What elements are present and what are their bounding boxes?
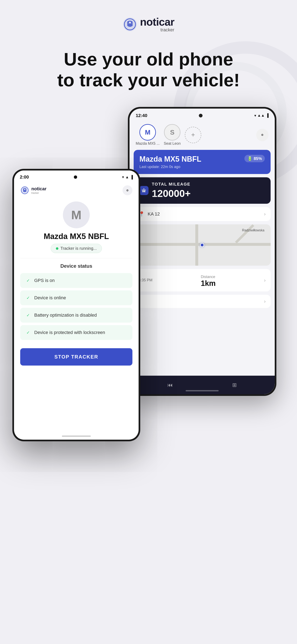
status-bar-front: 2:00 ▾ ▲ ▐ <box>14 170 139 181</box>
front-battery-icon: ▐ <box>130 175 133 179</box>
front-logo-name: noticar <box>31 186 46 192</box>
logo-area: noticar tracker <box>0 0 297 32</box>
nav-grid-icon[interactable]: ⊞ <box>232 382 237 388</box>
status-item-gps: ✓ GPS is on <box>20 273 132 288</box>
logo-name: noticar <box>140 16 174 27</box>
front-logo-subtitle: tracker <box>31 192 46 194</box>
distance-label: Distance <box>201 275 216 279</box>
active-vehicle-name: Mazda MX5 NBFL <box>139 155 201 164</box>
chevron-right-icon: › <box>264 211 266 217</box>
mileage-value: 120000+ <box>152 188 191 199</box>
map-location-dot <box>200 243 204 247</box>
vehicle-avatar-seat[interactable]: S <box>164 124 180 140</box>
check-icon-online: ✓ <box>25 295 31 301</box>
front-header: noticar tracker ⚙ <box>20 185 132 195</box>
battery-icon-card: 🔋 <box>247 156 253 161</box>
status-text-online: Device is online <box>34 295 66 300</box>
front-logo-text-group: noticar tracker <box>31 186 46 194</box>
location-card[interactable]: 📍 KA 12 › <box>134 207 271 221</box>
back-phone-time: 12:40 <box>136 113 147 118</box>
active-vehicle-card: Mazda MX5 NBFL 🔋 85% Last update: 22m 0s… <box>134 150 271 174</box>
wifi-icon: ▾ <box>254 113 256 118</box>
add-icon: + <box>191 131 195 139</box>
location-street: KA 12 <box>148 211 160 217</box>
mazda-initial: M <box>145 128 151 136</box>
bottom-nav-back: ⏮ ⊞ <box>130 376 275 394</box>
phone-front-screen: 2:00 ▾ ▲ ▐ <box>14 170 139 440</box>
back-status-icons: ▾ ▲▲ ▐ <box>254 113 269 118</box>
front-phone-time: 2:00 <box>20 174 29 180</box>
check-icon-lockscreen: ✓ <box>25 330 31 336</box>
noticar-logo-icon <box>123 17 137 32</box>
active-vehicle-top: Mazda MX5 NBFL 🔋 85% <box>139 155 265 164</box>
status-item-lockscreen: ✓ Device is protected with lockscreen <box>20 325 132 340</box>
nav-back-icon[interactable]: ⏮ <box>167 382 173 388</box>
status-text-battery: Battery optimization is disabled <box>34 312 97 318</box>
tracker-status-badge: Tracker is running... <box>51 244 102 253</box>
section-divider <box>20 258 132 258</box>
front-signal-icon: ▲ <box>125 175 129 179</box>
battery-icon: ▐ <box>266 113 269 118</box>
tagline-line1: Use your old phone <box>64 49 233 69</box>
logo-container: noticar tracker <box>123 16 174 32</box>
logo-subtitle: tracker <box>140 28 174 32</box>
status-text-lockscreen: Device is protected with lockscreen <box>34 330 105 335</box>
front-noticar-icon <box>20 186 29 195</box>
trip-row[interactable]: 3:35 PM Distance 1km › <box>134 269 271 292</box>
battery-value: 85% <box>254 156 262 161</box>
more-row[interactable]: › <box>134 295 271 308</box>
stop-tracker-button[interactable]: STOP TRACKER <box>20 348 132 366</box>
phones-container: 12:40 ▾ ▲▲ ▐ M Mazda MX5 ... <box>0 107 297 478</box>
signal-icon: ▲▲ <box>257 113 265 118</box>
map-preview: Radziwiłłowska <box>134 224 271 266</box>
front-wifi-icon: ▾ <box>122 175 124 179</box>
battery-badge: 🔋 85% <box>244 155 265 162</box>
front-vehicle-avatar: M <box>63 202 90 228</box>
tagline-line2: to track your vehicle! <box>57 70 240 90</box>
front-logo: noticar tracker <box>20 186 46 195</box>
mileage-info: TOTAL MILEAGE 120000+ <box>152 182 191 199</box>
status-item-online: ✓ Device is online <box>20 290 132 305</box>
seat-initial: S <box>170 128 174 136</box>
phone-back: 12:40 ▾ ▲▲ ▐ M Mazda MX5 ... <box>128 107 276 396</box>
vehicle-col-seat[interactable]: S Seat Leon <box>164 124 181 146</box>
front-camera-hole <box>74 176 77 179</box>
check-icon-battery: ✓ <box>25 312 31 318</box>
mazda-label: Mazda MX5 ... <box>136 142 160 146</box>
front-status-icons: ▾ ▲ ▐ <box>122 175 133 179</box>
map-street-label: Radziwiłłowska <box>242 228 265 232</box>
distance-value: 1km <box>201 279 216 288</box>
front-vehicle-section: M Mazda MX5 NBFL Tracker is running... <box>20 202 132 253</box>
map-road-v <box>195 224 198 266</box>
status-item-battery: ✓ Battery optimization is disabled <box>20 308 132 322</box>
trip-time: 3:35 PM <box>139 278 152 282</box>
back-camera-hole <box>199 114 203 118</box>
settings-button-front[interactable]: ⚙ <box>122 185 132 195</box>
phone-front: 2:00 ▾ ▲ ▐ <box>12 169 140 441</box>
status-bar-back: 12:40 ▾ ▲▲ ▐ <box>130 108 275 120</box>
vehicle-avatar-mazda[interactable]: M <box>139 124 156 140</box>
settings-button-back[interactable]: ⚙ <box>256 129 269 141</box>
front-vehicle-initial: M <box>71 208 81 222</box>
back-phone-content: M Mazda MX5 ... S Seat Leon + ⚙ <box>130 120 275 394</box>
logo-text-group: noticar tracker <box>140 16 174 32</box>
gear-icon: ⚙ <box>261 133 264 136</box>
trip-chevron-icon: › <box>264 278 266 283</box>
mileage-icon: 🛣 <box>139 186 148 195</box>
front-content-area: noticar tracker ⚙ M Mazda MX5 NBFL <box>14 181 139 427</box>
tracker-status-text: Tracker is running... <box>60 246 97 251</box>
tagline-section: Use your old phone to track your vehicle… <box>0 49 297 90</box>
status-text-gps: GPS is on <box>34 278 55 283</box>
device-status-section: Device status ✓ GPS is on ✓ Device is on… <box>20 263 132 340</box>
trip-distance: Distance 1km <box>201 273 216 288</box>
device-status-title: Device status <box>20 263 132 269</box>
vehicle-col-mazda[interactable]: M Mazda MX5 ... <box>136 124 160 146</box>
add-vehicle-button[interactable]: + <box>185 127 201 143</box>
home-bar-front <box>62 436 91 437</box>
seat-label: Seat Leon <box>164 142 181 146</box>
front-vehicle-name: Mazda MX5 NBFL <box>44 232 109 241</box>
vehicle-selector-row: M Mazda MX5 ... S Seat Leon + ⚙ <box>130 120 275 150</box>
more-chevron-icon: › <box>264 298 266 304</box>
front-gear-icon: ⚙ <box>126 189 129 192</box>
mileage-card: 🛣 TOTAL MILEAGE 120000+ <box>134 177 271 204</box>
